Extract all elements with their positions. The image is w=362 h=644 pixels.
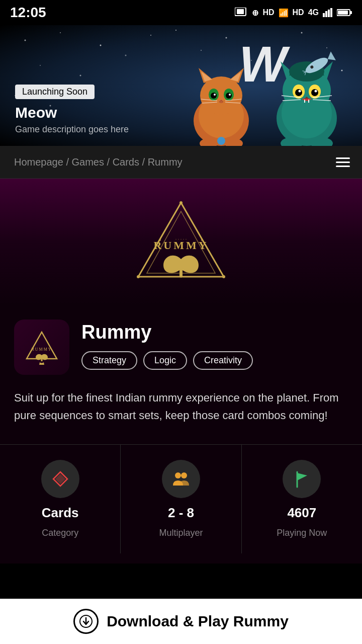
stat-multiplayer-label: Multiplayer [159,528,203,538]
svg-point-35 [226,93,232,99]
svg-point-76 [222,275,225,278]
stat-playing-now-label: Playing Now [277,528,327,538]
svg-rect-86 [41,358,43,361]
svg-point-55 [311,89,318,96]
status-bar: 12:05 ⊕ HD 📶 HD 4G [0,0,362,25]
game-icon: RUMMY [14,319,69,375]
stat-category-icon-circle [41,460,79,498]
download-bar[interactable]: Download & Play Rummy [0,599,362,644]
game-header-section: RUMMY · · · · · [0,179,362,304]
game-top-row: RUMMY Rummy Strategy Logic Creativity [14,319,348,375]
hd-badge2: HD [293,8,304,17]
game-description: Suit up for the finest Indian rummy expe… [14,389,348,424]
hamburger-line-2 [336,162,350,163]
stat-playing-now: 4607 Playing Now [242,445,362,553]
svg-point-37 [229,94,231,96]
battery-icon [337,9,352,17]
svg-point-57 [315,90,317,93]
game-info-section: RUMMY Rummy Strategy Logic Creativity Su… [0,304,362,564]
signal-bars-icon [323,8,333,17]
hamburger-line-1 [336,157,350,159]
banner-section: W [0,25,362,146]
svg-rect-1 [237,9,244,14]
hamburger-line-3 [336,166,350,167]
download-arrow-icon [79,614,93,628]
people-icon [171,470,191,488]
svg-point-77 [137,275,140,278]
tag-logic[interactable]: Logic [143,351,187,370]
svg-rect-5 [330,8,332,17]
stat-multiplayer-icon-circle [162,460,200,498]
nav-bar: Homepage / Games / Cards / Rummy [0,146,362,179]
breadcrumb: Homepage / Games / Cards / Rummy [12,156,185,168]
launching-soon-badge: Launching Soon [15,85,95,99]
game-icon-svg: RUMMY [24,330,59,365]
svg-point-45 [217,137,225,145]
tablet-icon [235,8,248,18]
svg-rect-7 [338,11,348,15]
svg-text:RUMMY: RUMMY [31,347,52,352]
stats-row: Cards Category 2 - 8 Multiplayer [0,444,362,553]
hamburger-menu-button[interactable] [336,157,350,167]
svg-text:· · · · ·: · · · · · [175,236,187,242]
svg-rect-3 [325,11,327,17]
wifi-icon: ⊕ [252,8,258,18]
stat-category: Cards Category [0,445,121,553]
signal-icon: 📶 [279,8,289,18]
svg-marker-84 [27,332,57,359]
stat-multiplayer-value: 2 - 8 [168,505,194,521]
stat-playing-now-value: 4607 [287,505,316,521]
rummy-logo: RUMMY · · · · · [131,199,231,279]
cat-right-illustration [261,40,352,146]
svg-point-89 [175,472,181,478]
stat-category-label: Category [42,528,78,538]
game-title: Rummy [81,321,348,343]
diamond-icon [51,469,70,489]
stat-multiplayer: 2 - 8 Multiplayer [121,445,241,553]
svg-point-56 [299,90,301,93]
tags-row: Strategy Logic Creativity [81,351,348,370]
svg-rect-8 [350,11,352,14]
rummy-logo-container: RUMMY · · · · · [131,199,231,279]
flag-icon [292,469,311,489]
status-time: 12:05 [10,5,46,21]
svg-point-34 [211,93,217,99]
svg-point-54 [295,89,302,96]
svg-rect-83 [179,268,183,277]
status-icons: ⊕ HD 📶 HD 4G [235,8,352,18]
cat-left-illustration [181,45,261,146]
game-title-tags: Rummy Strategy Logic Creativity [81,319,348,370]
download-icon [73,609,99,634]
breadcrumb-text[interactable]: Homepage / Games / Cards / Rummy [14,156,183,168]
download-label: Download & Play Rummy [107,613,289,630]
svg-point-36 [214,94,216,96]
tag-creativity[interactable]: Creativity [193,351,253,370]
stat-category-value: Cards [42,505,79,521]
svg-rect-4 [328,10,330,17]
svg-rect-2 [323,13,325,17]
4g-label: 4G [308,8,319,17]
stat-playing-now-icon-circle [283,460,321,498]
svg-point-90 [181,472,187,478]
svg-point-75 [179,201,183,204]
hd-badge1: HD [262,8,274,17]
tag-strategy[interactable]: Strategy [81,351,137,370]
